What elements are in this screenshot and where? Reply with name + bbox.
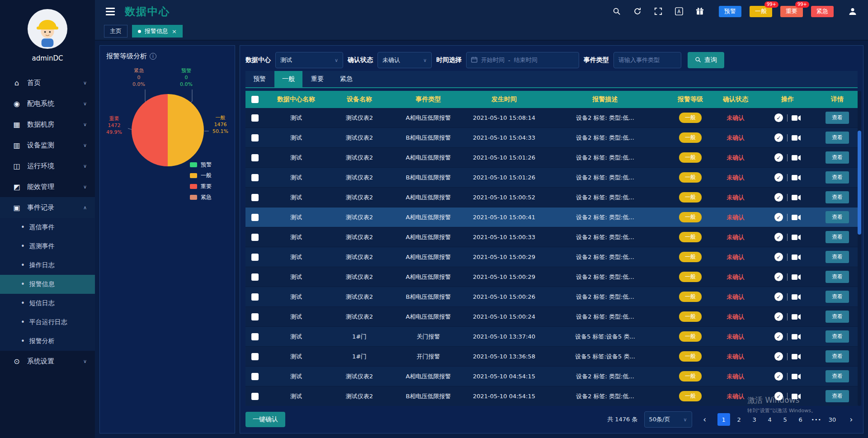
row-checkbox[interactable] bbox=[251, 313, 259, 320]
row-checkbox[interactable] bbox=[251, 254, 259, 261]
table-row[interactable]: 测试测试仪表2B相电压低限报警2021-05-10 04:54:15设备2 标签… bbox=[245, 386, 858, 406]
row-checkbox[interactable] bbox=[251, 373, 259, 380]
data-center-select[interactable]: 测试 ∨ bbox=[275, 52, 343, 68]
header-level-badge[interactable]: 预警 bbox=[719, 6, 741, 17]
confirm-check-icon[interactable]: ✓ bbox=[774, 273, 783, 281]
confirm-check-icon[interactable]: ✓ bbox=[774, 113, 783, 122]
camera-icon[interactable] bbox=[792, 155, 801, 161]
page-button[interactable]: ••• bbox=[810, 413, 823, 426]
camera-icon[interactable] bbox=[792, 373, 801, 380]
alarm-tab[interactable]: 预警 bbox=[245, 71, 274, 87]
row-checkbox[interactable] bbox=[251, 393, 259, 400]
confirm-check-icon[interactable]: ✓ bbox=[774, 392, 783, 400]
camera-icon[interactable] bbox=[792, 214, 801, 221]
date-range-picker[interactable]: 开始时间 - 结束时间 bbox=[466, 52, 579, 68]
fullscreen-icon[interactable] bbox=[652, 5, 665, 18]
sidebar-subitem[interactable]: •操作日志 bbox=[0, 256, 95, 275]
sidebar-item-energy[interactable]: ◩能效管理∨ bbox=[0, 176, 95, 197]
camera-icon[interactable] bbox=[792, 334, 801, 340]
row-checkbox[interactable] bbox=[251, 234, 259, 241]
sidebar-subitem[interactable]: •遥信事件 bbox=[0, 218, 95, 237]
event-type-input[interactable]: 请输入事件类型 bbox=[613, 52, 681, 68]
sidebar-item-server-room[interactable]: ▦数据机房∨ bbox=[0, 114, 95, 135]
alarm-tab[interactable]: 紧急 bbox=[332, 71, 360, 87]
view-button[interactable]: 查看 bbox=[826, 132, 849, 144]
scrollbar-thumb[interactable] bbox=[858, 131, 861, 235]
row-checkbox[interactable] bbox=[251, 174, 259, 181]
page-size-select[interactable]: 50条/页 ∨ bbox=[644, 411, 692, 428]
view-button[interactable]: 查看 bbox=[826, 330, 849, 343]
table-row[interactable]: 测试测试仪表2A相电压低限报警2021-05-10 04:54:15设备2 标签… bbox=[245, 367, 858, 386]
confirm-check-icon[interactable]: ✓ bbox=[774, 312, 783, 321]
view-button[interactable]: 查看 bbox=[826, 390, 849, 402]
row-checkbox[interactable] bbox=[251, 273, 259, 281]
table-row[interactable]: 测试测试仪表2A相电压低限报警2021-05-10 15:01:26设备2 标签… bbox=[245, 148, 858, 168]
confirm-check-icon[interactable]: ✓ bbox=[774, 372, 783, 381]
table-row[interactable]: 测试测试仪表2A相电压低限报警2021-05-10 15:00:41设备2 标签… bbox=[245, 207, 858, 227]
header-level-badge[interactable]: 紧急 bbox=[811, 6, 834, 17]
page-button[interactable]: 6 bbox=[794, 413, 807, 426]
camera-icon[interactable] bbox=[792, 194, 801, 201]
view-button[interactable]: 查看 bbox=[826, 171, 849, 184]
table-row[interactable]: 测试测试仪表2A相电压低限报警2021-05-10 15:00:29设备2 标签… bbox=[245, 247, 858, 267]
confirm-check-icon[interactable]: ✓ bbox=[774, 233, 783, 241]
page-button[interactable]: 4 bbox=[764, 413, 776, 426]
view-button[interactable]: 查看 bbox=[826, 211, 849, 223]
sidebar-subitem[interactable]: •遥测事件 bbox=[0, 237, 95, 256]
close-icon[interactable]: × bbox=[172, 28, 177, 35]
row-checkbox[interactable] bbox=[251, 353, 259, 360]
scrollbar-track[interactable] bbox=[858, 91, 861, 406]
confirm-check-icon[interactable]: ✓ bbox=[774, 133, 783, 142]
view-button[interactable]: 查看 bbox=[826, 291, 849, 303]
table-row[interactable]: 测试测试仪表2A相电压低限报警2021-05-10 15:00:24设备2 标签… bbox=[245, 307, 858, 327]
table-row[interactable]: 测试测试仪表2B相电压低限报警2021-05-10 15:04:33设备2 标签… bbox=[245, 128, 858, 148]
sidebar-item-power[interactable]: ◉配电系统∨ bbox=[0, 93, 95, 114]
view-button[interactable]: 查看 bbox=[826, 191, 849, 203]
camera-icon[interactable] bbox=[792, 174, 801, 181]
confirm-check-icon[interactable]: ✓ bbox=[774, 292, 783, 301]
sidebar-subitem[interactable]: •报警分析 bbox=[0, 332, 95, 351]
view-button[interactable]: 查看 bbox=[826, 271, 849, 283]
camera-icon[interactable] bbox=[792, 314, 801, 320]
table-row[interactable]: 测试测试仪表2A相电压低限报警2021-05-10 15:00:52设备2 标签… bbox=[245, 188, 858, 207]
prev-page-button[interactable]: ‹ bbox=[698, 413, 711, 426]
row-checkbox[interactable] bbox=[251, 194, 259, 201]
table-row[interactable]: 测试测试仪表2A相电压低限报警2021-05-10 15:00:33设备2 标签… bbox=[245, 227, 858, 247]
camera-icon[interactable] bbox=[792, 234, 801, 240]
sidebar-item-home[interactable]: ⌂首页∨ bbox=[0, 72, 95, 93]
confirm-check-icon[interactable]: ✓ bbox=[774, 352, 783, 361]
translate-icon[interactable]: A bbox=[673, 5, 685, 18]
row-checkbox[interactable] bbox=[251, 214, 259, 221]
view-button[interactable]: 查看 bbox=[826, 231, 849, 243]
sidebar-item-events[interactable]: ▣事件记录∧ bbox=[0, 197, 95, 218]
sidebar-subitem[interactable]: •平台运行日志 bbox=[0, 313, 95, 332]
table-row[interactable]: 测试测试仪表2B相电压低限报警2021-05-10 15:00:26设备2 标签… bbox=[245, 287, 858, 307]
confirm-check-icon[interactable]: ✓ bbox=[774, 173, 783, 182]
sidebar-item-monitor[interactable]: ▥设备监测∨ bbox=[0, 135, 95, 155]
sidebar-item-settings[interactable]: ⊙系统设置∨ bbox=[0, 351, 95, 372]
confirm-status-select[interactable]: 未确认 ∨ bbox=[377, 52, 432, 68]
view-button[interactable]: 查看 bbox=[826, 311, 849, 323]
confirm-check-icon[interactable]: ✓ bbox=[774, 213, 783, 221]
table-row[interactable]: 测试测试仪表2A相电压低限报警2021-05-10 15:08:14设备2 标签… bbox=[245, 108, 858, 128]
view-button[interactable]: 查看 bbox=[826, 350, 849, 363]
page-button[interactable]: 3 bbox=[748, 413, 761, 426]
sidebar-item-environment[interactable]: ◫运行环境∨ bbox=[0, 155, 95, 176]
confirm-check-icon[interactable]: ✓ bbox=[774, 193, 783, 202]
confirm-check-icon[interactable]: ✓ bbox=[774, 153, 783, 162]
menu-toggle-icon[interactable] bbox=[104, 6, 117, 17]
search-icon[interactable] bbox=[610, 5, 623, 18]
gift-icon[interactable] bbox=[693, 5, 706, 18]
header-level-badge[interactable]: 重要99+ bbox=[780, 6, 803, 17]
page-button[interactable]: 5 bbox=[779, 413, 792, 426]
page-tab[interactable]: 报警信息× bbox=[132, 25, 183, 38]
refresh-icon[interactable] bbox=[631, 5, 644, 18]
row-checkbox[interactable] bbox=[251, 333, 259, 340]
row-checkbox[interactable] bbox=[251, 154, 259, 161]
sidebar-subitem[interactable]: •短信日志 bbox=[0, 294, 95, 313]
camera-icon[interactable] bbox=[792, 274, 801, 280]
row-checkbox[interactable] bbox=[251, 114, 259, 122]
page-button[interactable]: 30 bbox=[826, 413, 839, 426]
camera-icon[interactable] bbox=[792, 115, 801, 121]
row-checkbox[interactable] bbox=[251, 293, 259, 301]
